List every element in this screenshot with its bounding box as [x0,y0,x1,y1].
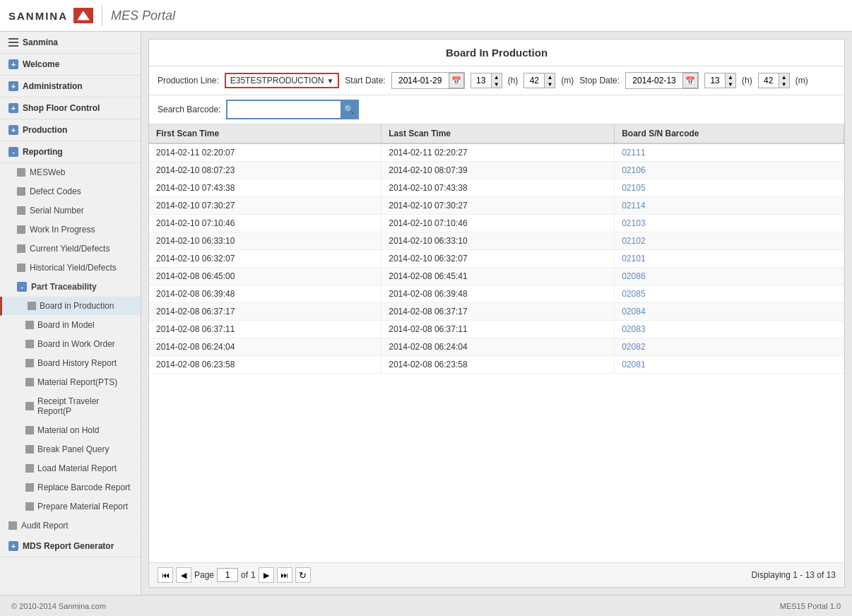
cell-last-scan: 2014-02-08 06:24:04 [381,338,615,356]
sidebar-item-current-yield[interactable]: Current Yield/Defects [0,239,141,259]
sidebar-item-historical-yield[interactable]: Historical Yield/Defects [0,259,141,278]
search-barcode-label: Search Barcode: [158,105,220,114]
sidebar-item-mds-report[interactable]: + MDS Report Generator [0,535,141,557]
sidebar-item-break-panel-query[interactable]: Break Panel Query [0,440,141,459]
sidebar-item-part-traceability[interactable]: - Part Traceability [0,278,141,297]
page-icon-bpq [25,445,34,454]
table-row[interactable]: 2014-02-10 06:32:07 2014-02-10 06:32:07 … [149,250,844,268]
search-button[interactable]: 🔍 [341,101,357,118]
start-hour-up[interactable]: ▲ [492,73,502,81]
sidebar-item-work-in-progress[interactable]: Work In Progress [0,220,141,239]
sidebar-item-shop-floor[interactable]: + Shop Floor Control [0,97,141,119]
table-row[interactable]: 2014-02-10 06:33:10 2014-02-10 06:33:10 … [149,232,844,250]
m-label2: (m) [795,76,808,85]
sidebar-item-reporting[interactable]: - Reporting [0,141,141,163]
sidebar-ar-label: Audit Report [21,521,69,531]
start-min-up[interactable]: ▲ [545,73,555,81]
table-row[interactable]: 2014-02-11 02:20:07 2014-02-11 02:20:27 … [149,143,844,162]
table-row[interactable]: 2014-02-08 06:37:11 2014-02-08 06:37:11 … [149,321,844,338]
sidebar-item-material-report-pts[interactable]: Material Report(PTS) [0,373,141,392]
search-barcode-input[interactable] [227,102,341,117]
start-date-cal-btn[interactable]: 📅 [449,73,464,88]
sidebar-item-board-history-report[interactable]: Board History Report [0,354,141,373]
sidebar-item-load-material-report[interactable]: Load Material Report [0,459,141,478]
cell-first-scan: 2014-02-08 06:24:04 [149,338,381,356]
stop-hour-down[interactable]: ▼ [726,81,735,88]
sidebar-item-audit-report[interactable]: Audit Report [0,516,141,535]
sidebar-item-board-in-model[interactable]: Board in Model [0,316,141,335]
sidebar-item-board-in-work-order[interactable]: Board in Work Order [0,335,141,354]
start-date-input[interactable]: 2014-01-29 [392,74,449,87]
cell-last-scan: 2014-02-10 06:33:10 [381,232,615,250]
start-hour-input[interactable]: 13 [471,74,491,87]
plus-icon-shop: + [8,103,18,113]
table-row[interactable]: 2014-02-08 06:39:48 2014-02-08 06:39:48 … [149,285,844,303]
sidebar-welcome-label: Welcome [23,59,59,69]
sidebar-item-mesweb[interactable]: MESWeb [0,163,141,182]
stop-min-input[interactable]: 42 [759,74,779,87]
table-row[interactable]: 2014-02-08 06:45:00 2014-02-08 06:45:41 … [149,268,844,285]
cell-first-scan: 2014-02-08 06:45:00 [149,268,381,285]
cell-last-scan: 2014-02-10 07:43:38 [381,179,615,197]
table-row[interactable]: 2014-02-10 08:07:23 2014-02-10 08:07:39 … [149,162,844,179]
header-divider [102,5,102,26]
stop-min-up[interactable]: ▲ [779,73,789,81]
sidebar-item-defect-codes[interactable]: Defect Codes [0,182,141,201]
page-first-btn[interactable]: ⏮ [158,567,173,583]
stop-date-input[interactable]: 2014-02-13 [626,74,682,87]
refresh-btn[interactable]: ↻ [295,567,311,583]
sidebar-item-replace-barcode-report[interactable]: Replace Barcode Report [0,478,141,497]
stop-min-down[interactable]: ▼ [779,81,789,88]
cell-first-scan: 2014-02-10 07:43:38 [149,179,381,197]
start-min-group: 42 ▲ ▼ [523,73,555,88]
sidebar-item-serial-number[interactable]: Serial Number [0,201,141,220]
table-row[interactable]: 2014-02-08 06:23:58 2014-02-08 06:23:58 … [149,356,844,374]
cell-first-scan: 2014-02-10 08:07:23 [149,162,381,179]
start-min-down[interactable]: ▼ [545,81,555,88]
stop-hour-up[interactable]: ▲ [726,73,735,81]
page-icon-bhr [25,359,34,367]
start-min-input[interactable]: 42 [524,74,544,87]
table-row[interactable]: 2014-02-10 07:30:27 2014-02-10 07:30:27 … [149,197,844,215]
sidebar-item-welcome[interactable]: + Welcome [0,54,141,76]
stop-min-group: 42 ▲ ▼ [758,73,790,88]
page-icon-mesweb [17,168,25,177]
m-label: (m) [561,76,574,85]
content-area: Board In Production Production Line: E35… [141,32,852,595]
production-line-select[interactable]: E35TESTPRODUCTION ▼ [225,73,340,88]
sidebar-item-prepare-material-report[interactable]: Prepare Material Report [0,497,141,516]
sidebar-item-sanmina[interactable]: Sanmina [0,32,141,54]
sidebar-item-material-on-hold[interactable]: Material on Hold [0,421,141,440]
displaying-text: Displaying 1 - 13 of 13 [752,570,836,580]
version: MES15 Portal 1.0 [780,602,841,610]
table-row[interactable]: 2014-02-10 07:43:38 2014-02-10 07:43:38 … [149,179,844,197]
sidebar-item-production[interactable]: + Production [0,119,141,141]
cell-barcode: 02106 [615,162,844,179]
table-row[interactable]: 2014-02-10 07:10:46 2014-02-10 07:10:46 … [149,215,844,232]
stop-date-cal-btn[interactable]: 📅 [682,73,698,88]
production-line-value: E35TESTPRODUCTION [230,76,324,85]
sidebar-shop-label: Shop Floor Control [23,103,100,113]
sidebar-item-board-in-production[interactable]: Board in Production [0,297,141,316]
table-row[interactable]: 2014-02-08 06:24:04 2014-02-08 06:24:04 … [149,338,844,356]
stop-hour-input[interactable]: 13 [705,74,725,87]
page-next-btn[interactable]: ▶ [259,567,274,583]
table-row[interactable]: 2014-02-08 06:37:17 2014-02-08 06:37:17 … [149,303,844,321]
page-number-input[interactable]: 1 [217,568,238,582]
cell-last-scan: 2014-02-08 06:23:58 [381,356,615,374]
stop-date-label: Stop Date: [579,76,620,85]
board-table: First Scan Time Last Scan Time Board S/N… [149,124,844,374]
stop-hour-arrows: ▲ ▼ [725,73,735,88]
page-prev-btn[interactable]: ◀ [176,567,191,583]
page-last-btn[interactable]: ⏭ [277,567,292,583]
search-row: Search Barcode: 🔍 [149,95,844,124]
sidebar-bim-label: Board in Model [37,320,95,330]
plus-icon-mds: + [8,541,18,551]
start-hour-down[interactable]: ▼ [492,81,502,88]
cell-last-scan: 2014-02-08 06:37:11 [381,321,615,338]
sidebar-mrpts-label: Material Report(PTS) [37,377,117,387]
sidebar-rt-label: Receipt Traveler Report(P [37,396,132,416]
sidebar-item-administration[interactable]: + Administration [0,76,141,97]
sidebar-item-receipt-traveler[interactable]: Receipt Traveler Report(P [0,392,141,421]
sidebar-reporting-label: Reporting [23,147,63,157]
